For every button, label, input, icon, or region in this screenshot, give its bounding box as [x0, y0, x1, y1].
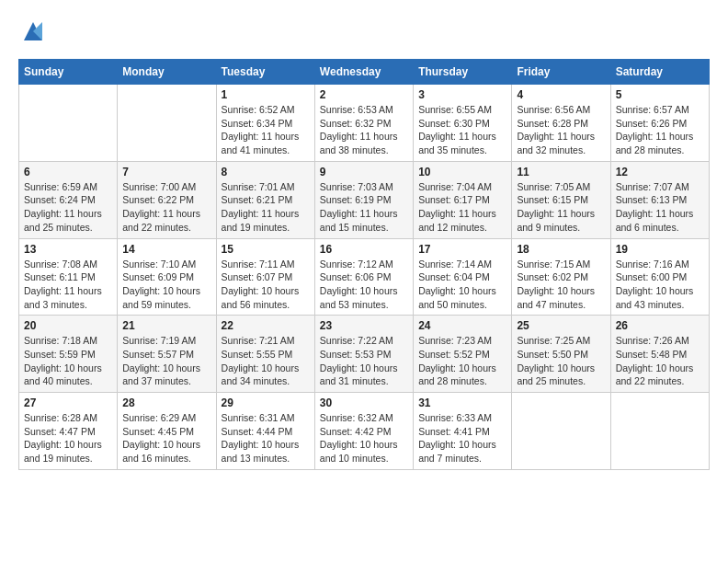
day-number: 14: [122, 243, 210, 256]
calendar-cell: 16Sunrise: 7:12 AMSunset: 6:06 PMDayligh…: [314, 238, 413, 316]
day-info: Sunrise: 7:22 AMSunset: 5:53 PMDaylight:…: [320, 334, 408, 388]
calendar-cell: 27Sunrise: 6:28 AMSunset: 4:47 PMDayligh…: [19, 393, 118, 470]
day-info: Sunrise: 7:03 AMSunset: 6:19 PMDaylight:…: [320, 180, 408, 235]
day-info: Sunrise: 7:25 AMSunset: 5:50 PMDaylight:…: [517, 334, 605, 388]
day-number: 20: [24, 319, 112, 332]
day-info: Sunrise: 7:18 AMSunset: 5:59 PMDaylight:…: [24, 334, 112, 388]
calendar-cell: 1Sunrise: 6:52 AMSunset: 6:34 PMDaylight…: [216, 85, 314, 162]
day-number: 15: [222, 243, 310, 256]
day-info: Sunrise: 7:15 AMSunset: 6:02 PMDaylight:…: [517, 258, 605, 312]
calendar-cell: 4Sunrise: 6:56 AMSunset: 6:28 PMDaylight…: [512, 85, 610, 162]
day-info: Sunrise: 7:00 AMSunset: 6:22 PMDaylight:…: [122, 180, 210, 235]
day-info: Sunrise: 6:57 AMSunset: 6:26 PMDaylight:…: [616, 103, 704, 157]
calendar-cell: 26Sunrise: 7:26 AMSunset: 5:48 PMDayligh…: [610, 316, 709, 393]
calendar-cell: 17Sunrise: 7:14 AMSunset: 6:04 PMDayligh…: [414, 238, 512, 316]
day-number: 11: [517, 166, 605, 178]
day-info: Sunrise: 7:01 AMSunset: 6:21 PMDaylight:…: [222, 180, 310, 235]
day-number: 7: [122, 166, 210, 178]
day-number: 22: [222, 319, 310, 332]
calendar-cell: 12Sunrise: 7:07 AMSunset: 6:13 PMDayligh…: [610, 161, 709, 238]
day-header-tuesday: Tuesday: [216, 60, 314, 85]
day-header-thursday: Thursday: [414, 60, 512, 85]
calendar-cell: 13Sunrise: 7:08 AMSunset: 6:11 PMDayligh…: [19, 238, 118, 316]
calendar-cell: 31Sunrise: 6:33 AMSunset: 4:41 PMDayligh…: [414, 393, 512, 470]
calendar-cell: 28Sunrise: 6:29 AMSunset: 4:45 PMDayligh…: [118, 393, 216, 470]
calendar-cell: 25Sunrise: 7:25 AMSunset: 5:50 PMDayligh…: [512, 316, 610, 393]
week-row-1: 1Sunrise: 6:52 AMSunset: 6:34 PMDaylight…: [19, 85, 710, 162]
day-number: 10: [418, 166, 506, 178]
calendar-cell: [610, 393, 709, 470]
calendar-cell: [19, 85, 118, 162]
calendar-cell: 5Sunrise: 6:57 AMSunset: 6:26 PMDaylight…: [610, 85, 709, 162]
calendar-cell: 2Sunrise: 6:53 AMSunset: 6:32 PMDaylight…: [314, 85, 413, 162]
calendar-cell: 11Sunrise: 7:05 AMSunset: 6:15 PMDayligh…: [512, 161, 610, 238]
calendar-cell: 3Sunrise: 6:55 AMSunset: 6:30 PMDaylight…: [414, 85, 512, 162]
day-info: Sunrise: 7:19 AMSunset: 5:57 PMDaylight:…: [122, 334, 210, 388]
day-number: 13: [24, 243, 112, 256]
day-number: 2: [320, 88, 408, 101]
day-info: Sunrise: 6:53 AMSunset: 6:32 PMDaylight:…: [320, 103, 408, 157]
day-info: Sunrise: 7:11 AMSunset: 6:07 PMDaylight:…: [222, 258, 310, 312]
day-info: Sunrise: 7:07 AMSunset: 6:13 PMDaylight:…: [616, 180, 704, 235]
day-number: 8: [222, 166, 310, 178]
day-number: 27: [24, 396, 112, 409]
day-number: 3: [418, 88, 506, 101]
day-number: 4: [517, 88, 605, 101]
day-info: Sunrise: 6:33 AMSunset: 4:41 PMDaylight:…: [418, 411, 506, 465]
day-number: 6: [24, 166, 112, 178]
day-header-wednesday: Wednesday: [314, 60, 413, 85]
day-number: 31: [418, 396, 506, 409]
day-info: Sunrise: 7:12 AMSunset: 6:06 PMDaylight:…: [320, 258, 408, 312]
day-number: 9: [320, 166, 408, 178]
day-header-sunday: Sunday: [19, 60, 118, 85]
week-row-3: 13Sunrise: 7:08 AMSunset: 6:11 PMDayligh…: [19, 238, 710, 316]
day-info: Sunrise: 7:14 AMSunset: 6:04 PMDaylight:…: [418, 258, 506, 312]
day-number: 26: [616, 319, 704, 332]
week-row-2: 6Sunrise: 6:59 AMSunset: 6:24 PMDaylight…: [19, 161, 710, 238]
day-info: Sunrise: 6:55 AMSunset: 6:30 PMDaylight:…: [418, 103, 506, 157]
week-row-4: 20Sunrise: 7:18 AMSunset: 5:59 PMDayligh…: [19, 316, 710, 393]
day-info: Sunrise: 7:16 AMSunset: 6:00 PMDaylight:…: [616, 258, 704, 312]
day-info: Sunrise: 6:31 AMSunset: 4:44 PMDaylight:…: [222, 411, 310, 465]
calendar-cell: [118, 85, 216, 162]
day-info: Sunrise: 7:04 AMSunset: 6:17 PMDaylight:…: [418, 180, 506, 235]
calendar-cell: 6Sunrise: 6:59 AMSunset: 6:24 PMDaylight…: [19, 161, 118, 238]
day-number: 24: [418, 319, 506, 332]
day-number: 16: [320, 243, 408, 256]
calendar-cell: 19Sunrise: 7:16 AMSunset: 6:00 PMDayligh…: [610, 238, 709, 316]
week-row-5: 27Sunrise: 6:28 AMSunset: 4:47 PMDayligh…: [19, 393, 710, 470]
day-info: Sunrise: 7:23 AMSunset: 5:52 PMDaylight:…: [418, 334, 506, 388]
day-info: Sunrise: 6:59 AMSunset: 6:24 PMDaylight:…: [24, 180, 112, 235]
day-info: Sunrise: 6:29 AMSunset: 4:45 PMDaylight:…: [122, 411, 210, 465]
days-header-row: SundayMondayTuesdayWednesdayThursdayFrid…: [19, 60, 710, 85]
day-number: 29: [222, 396, 310, 409]
day-info: Sunrise: 7:21 AMSunset: 5:55 PMDaylight:…: [222, 334, 310, 388]
day-number: 5: [616, 88, 704, 101]
calendar-cell: 8Sunrise: 7:01 AMSunset: 6:21 PMDaylight…: [216, 161, 314, 238]
calendar-cell: 7Sunrise: 7:00 AMSunset: 6:22 PMDaylight…: [118, 161, 216, 238]
day-info: Sunrise: 6:52 AMSunset: 6:34 PMDaylight:…: [222, 103, 310, 157]
day-number: 1: [222, 88, 310, 101]
calendar-cell: 29Sunrise: 6:31 AMSunset: 4:44 PMDayligh…: [216, 393, 314, 470]
day-info: Sunrise: 7:08 AMSunset: 6:11 PMDaylight:…: [24, 258, 112, 312]
calendar-cell: 30Sunrise: 6:32 AMSunset: 4:42 PMDayligh…: [314, 393, 413, 470]
day-number: 18: [517, 243, 605, 256]
calendar-cell: 18Sunrise: 7:15 AMSunset: 6:02 PMDayligh…: [512, 238, 610, 316]
calendar-cell: 22Sunrise: 7:21 AMSunset: 5:55 PMDayligh…: [216, 316, 314, 393]
calendar-table: SundayMondayTuesdayWednesdayThursdayFrid…: [18, 59, 710, 470]
calendar-cell: 9Sunrise: 7:03 AMSunset: 6:19 PMDaylight…: [314, 161, 413, 238]
day-number: 28: [122, 396, 210, 409]
calendar-cell: [512, 393, 610, 470]
day-number: 17: [418, 243, 506, 256]
page-header: [18, 18, 710, 44]
day-header-monday: Monday: [118, 60, 216, 85]
day-info: Sunrise: 6:32 AMSunset: 4:42 PMDaylight:…: [320, 411, 408, 465]
day-info: Sunrise: 6:28 AMSunset: 4:47 PMDaylight:…: [24, 411, 112, 465]
day-header-friday: Friday: [512, 60, 610, 85]
day-number: 25: [517, 319, 605, 332]
day-number: 21: [122, 319, 210, 332]
day-number: 12: [616, 166, 704, 178]
calendar-cell: 14Sunrise: 7:10 AMSunset: 6:09 PMDayligh…: [118, 238, 216, 316]
calendar-cell: 23Sunrise: 7:22 AMSunset: 5:53 PMDayligh…: [314, 316, 413, 393]
logo-icon: [20, 18, 46, 44]
